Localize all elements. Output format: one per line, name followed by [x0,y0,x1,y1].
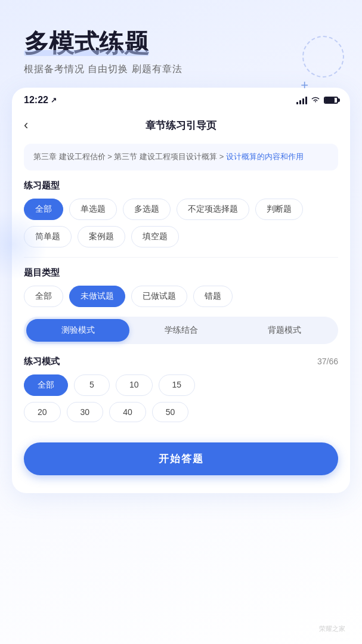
status-icons [296,95,338,105]
number-tag-40[interactable]: 40 [109,402,146,422]
status-bar: 12:22 ↗ [12,88,350,110]
practice-count: 37/66 [317,357,338,366]
tag-single[interactable]: 单选题 [69,199,117,220]
location-icon: ↗ [51,96,57,104]
tag-not-done[interactable]: 未做试题 [69,286,125,307]
phone-card: 12:22 ↗ ‹ 章节练习引导页 [12,88,350,493]
watermark: 荣耀之家 [319,624,345,633]
title-underline [24,50,149,56]
question-category-tags: 全部 未做试题 已做试题 错题 [24,286,338,307]
number-tag-15[interactable]: 15 [159,374,196,396]
practice-header: 练习模式 37/66 [24,356,338,367]
signal-icon [296,96,307,104]
practice-mode-title: 练习模式 [24,356,60,367]
status-time: 12:22 ↗ [24,95,57,106]
app-title: 多模式练题 [24,30,149,57]
tab-test-mode[interactable]: 测验模式 [26,319,129,342]
tag-fill[interactable]: 填空题 [131,226,179,247]
question-category-title: 题目类型 [24,267,338,278]
wifi-icon [311,95,320,105]
bg-circle-decoration [302,36,344,78]
number-tag-all[interactable]: 全部 [24,374,68,396]
number-tag-5[interactable]: 5 [74,374,110,396]
question-type-title: 练习题型 [24,180,338,191]
tab-back-mode[interactable]: 背题模式 [233,319,336,342]
tag-all-category[interactable]: 全部 [24,286,63,307]
number-tag-50[interactable]: 50 [152,402,189,422]
number-tag-10[interactable]: 10 [116,374,153,396]
tag-uncertain[interactable]: 不定项选择题 [177,199,249,220]
practice-number-group-1: 全部 5 10 15 [24,374,338,396]
nav-bar: ‹ 章节练习引导页 [12,110,350,144]
divider-1 [24,257,338,258]
number-tag-30[interactable]: 30 [67,402,104,422]
practice-number-group-2: 20 30 40 50 [24,402,338,422]
nav-title: 章节练习引导页 [146,119,216,132]
tag-wrong[interactable]: 错题 [193,286,233,307]
practice-mode-section: 练习模式 37/66 全部 5 10 15 20 30 40 50 [12,356,350,422]
start-section: 开始答题 [12,428,350,475]
tag-done[interactable]: 已做试题 [131,286,187,307]
bg-plus-decoration: + [301,78,308,93]
tab-study-mode[interactable]: 学练结合 [129,319,233,342]
tag-multi[interactable]: 多选题 [123,199,171,220]
mode-tabs: 测验模式 学练结合 背题模式 [24,317,338,344]
number-tag-20[interactable]: 20 [24,402,61,422]
tag-judge[interactable]: 判断题 [255,199,303,220]
question-type-tags: 全部 单选题 多选题 不定项选择题 判断题 简单题 案例题 填空题 [24,199,338,247]
battery-icon [324,97,338,104]
breadcrumb: 第三章 建设工程估价 > 第三节 建设工程项目设计概算 > 设计概算的内容和作用 [24,144,338,171]
question-category-section: 题目类型 全部 未做试题 已做试题 错题 [12,267,350,307]
back-button[interactable]: ‹ [24,115,33,135]
app-subtitle: 根据备考情况 自由切换 刷题有章法 [24,63,338,76]
tag-case[interactable]: 案例题 [78,226,125,247]
question-type-section: 练习题型 全部 单选题 多选题 不定项选择题 判断题 简单题 案例题 填空题 [12,180,350,247]
start-button[interactable]: 开始答题 [24,442,338,475]
